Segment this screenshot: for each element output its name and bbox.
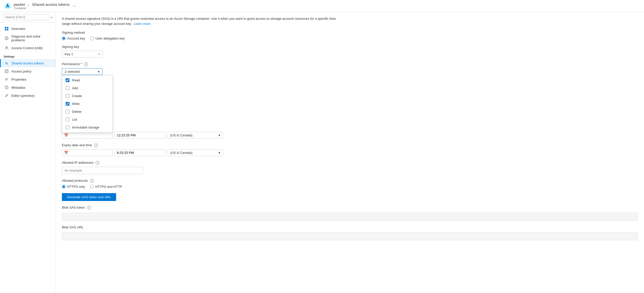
allowed-ip-input[interactable] <box>62 167 143 174</box>
blob-sas-url-input[interactable] <box>62 232 638 240</box>
expiry-date-info-icon[interactable]: i <box>94 143 98 147</box>
svg-point-8 <box>6 39 7 39</box>
read-label: Read <box>72 78 80 82</box>
immutable-checkbox[interactable] <box>66 125 69 129</box>
sidebar-item-diagnose[interactable]: Diagnose and solve problems <box>0 33 56 44</box>
permission-delete[interactable]: Delete <box>62 108 112 116</box>
https-http-radio[interactable] <box>90 185 94 189</box>
permissions-menu: Read Add Create Write <box>62 75 113 133</box>
add-label: Add <box>72 86 78 90</box>
blob-sas-token-info-icon[interactable]: i <box>87 206 91 210</box>
start-timezone-dropdown[interactable]: (US & Canada) ▾ <box>167 132 223 139</box>
write-checkbox[interactable] <box>66 102 69 106</box>
list-checkbox[interactable] <box>66 118 69 121</box>
add-checkbox[interactable] <box>66 86 69 90</box>
start-date-label: Start date and time i <box>62 126 638 130</box>
permission-list[interactable]: List <box>62 116 112 123</box>
generate-button-group: Generate SAS token and URL <box>62 193 638 201</box>
sidebar-label-iam: Access Control (IAM) <box>11 46 43 50</box>
sidebar-label-diagnose: Diagnose and solve problems <box>11 34 52 42</box>
permission-write[interactable]: Write <box>62 100 112 108</box>
azure-logo <box>4 3 11 10</box>
https-http-option[interactable]: HTTPS and HTTP <box>90 185 122 189</box>
permissions-label: Permissions * i <box>62 62 638 66</box>
account-key-label: Account key <box>67 36 85 40</box>
delete-checkbox[interactable] <box>66 110 69 114</box>
start-datetime-row: 📅 (US & Canada) ▾ <box>62 132 638 139</box>
expiry-time-input[interactable] <box>115 149 165 156</box>
account-key-option[interactable]: Account key <box>62 36 85 40</box>
signing-key-dropdown[interactable]: Key 1 ▾ <box>62 51 102 58</box>
allowed-protocols-info-icon[interactable]: i <box>90 179 94 183</box>
signing-method-group: Signing method Account key User delegati… <box>62 31 638 40</box>
sidebar-label-editor: Editor (preview) <box>11 94 34 98</box>
allowed-protocols-group: Allowed protocols i HTTPS only HTTPS and… <box>62 179 638 189</box>
user-delegation-radio[interactable] <box>90 36 94 40</box>
svg-point-19 <box>6 86 7 87</box>
svg-rect-2 <box>5 27 6 28</box>
allowed-ip-label: Allowed IP addresses i <box>62 161 638 165</box>
sidebar-item-access-policy[interactable]: Access policy <box>0 67 56 75</box>
sidebar-item-shared-access-tokens[interactable]: Shared access tokens <box>0 59 56 67</box>
sidebar-item-iam[interactable]: Access Control (IAM) <box>0 44 56 52</box>
required-marker: * <box>81 62 82 66</box>
svg-rect-11 <box>5 70 8 73</box>
sidebar-item-overview[interactable]: Overview <box>0 25 56 33</box>
permission-create[interactable]: Create <box>62 92 112 100</box>
expiry-timezone-dropdown[interactable]: (US & Canada) ▾ <box>167 149 223 156</box>
policy-icon <box>4 69 9 74</box>
permission-immutable[interactable]: Immutable storage <box>62 123 112 131</box>
generate-sas-button[interactable]: Generate SAS token and URL <box>62 193 116 201</box>
settings-section-label: Settings <box>0 52 56 59</box>
sidebar-item-editor[interactable]: Editor (preview) <box>0 91 56 100</box>
expiry-date-label: Expiry date and time i <box>62 143 638 147</box>
svg-point-10 <box>6 63 7 63</box>
create-label: Create <box>72 94 82 98</box>
token-icon <box>4 61 9 65</box>
diagnose-icon <box>4 36 9 41</box>
start-time-input[interactable] <box>115 132 165 139</box>
page-name: Shared access tokens <box>32 2 69 7</box>
permissions-dropdown-wrapper: 2 selected ▾ Read Add Create <box>62 68 638 75</box>
https-only-label: HTTPS only <box>67 185 85 189</box>
more-options-button[interactable]: ··· <box>73 3 76 9</box>
editor-icon <box>4 93 9 98</box>
permissions-chevron: ▾ <box>98 70 100 74</box>
sidebar-label-shared-access-tokens: Shared access tokens <box>11 61 44 65</box>
immutable-label: Immutable storage <box>72 125 99 129</box>
collapse-button[interactable]: « <box>50 15 52 19</box>
permission-add[interactable]: Add <box>62 84 112 92</box>
permissions-info-icon[interactable]: i <box>84 62 88 66</box>
sidebar-item-metadata[interactable]: Metadata <box>0 83 56 91</box>
sidebar-item-properties[interactable]: Properties <box>0 75 56 83</box>
expiry-date-input[interactable]: 📅 <box>62 149 113 156</box>
content-area: A shared access signature (SAS) is a URI… <box>56 12 644 293</box>
expiry-timezone-chevron: ▾ <box>219 151 220 155</box>
blob-sas-token-group: Blob SAS token i <box>62 206 638 221</box>
sidebar-label-metadata: Metadata <box>11 86 25 89</box>
allowed-protocols-label: Allowed protocols i <box>62 179 638 183</box>
svg-rect-3 <box>7 27 8 28</box>
start-timezone-value: (US & Canada) <box>170 133 192 137</box>
permission-read[interactable]: Read <box>62 76 112 84</box>
user-delegation-option[interactable]: User delegation key <box>90 36 125 40</box>
allowed-ip-info-icon[interactable]: i <box>96 161 99 165</box>
protocols-options: HTTPS only HTTPS and HTTP <box>62 185 638 189</box>
expiry-datetime-row: 📅 (US & Canada) ▾ <box>62 149 638 156</box>
permissions-dropdown-button[interactable]: 2 selected ▾ <box>62 68 102 75</box>
https-only-option[interactable]: HTTPS only <box>62 185 85 189</box>
svg-point-1 <box>6 5 9 7</box>
search-input[interactable] <box>3 14 48 20</box>
start-date-input[interactable]: 📅 <box>62 132 113 139</box>
signing-key-group: Signing key Key 1 ▾ <box>62 45 638 58</box>
start-datetime-group: Start date and time i 📅 (US & Canada) ▾ <box>62 126 638 139</box>
signing-key-chevron: ▾ <box>98 53 100 56</box>
read-checkbox[interactable] <box>66 78 69 82</box>
blob-sas-token-input[interactable] <box>62 213 638 221</box>
account-key-radio[interactable] <box>62 36 66 40</box>
create-checkbox[interactable] <box>66 94 69 98</box>
signing-key-value: Key 1 <box>65 52 73 56</box>
sidebar-nav: Overview Diagnose and solve problems Acc… <box>0 23 56 293</box>
https-only-radio[interactable] <box>62 185 66 189</box>
learn-more-link[interactable]: Learn more <box>134 22 150 26</box>
